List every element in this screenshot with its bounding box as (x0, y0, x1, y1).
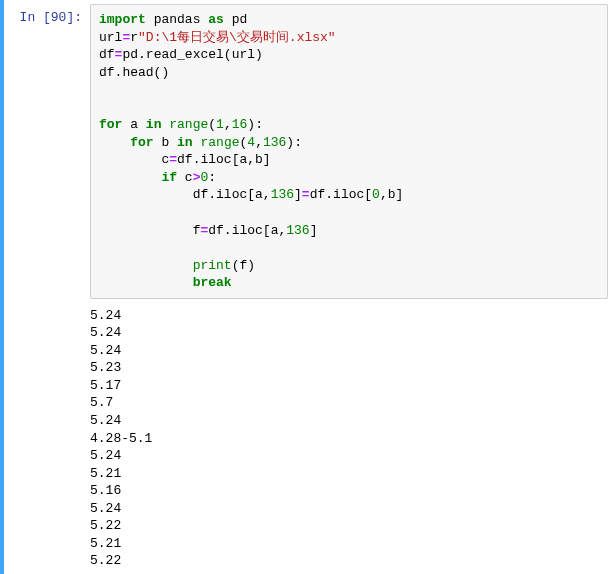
colon: : (294, 135, 302, 150)
expr-iloc-a136: df.iloc[a, (208, 223, 286, 238)
builtin-range: range (200, 135, 239, 150)
cell-content: import pandas as pd url=r"D:\1每日交易\交易时间.… (90, 4, 614, 570)
keyword-for: for (130, 135, 153, 150)
cell-output: 5.24 5.24 5.24 5.23 5.17 5.7 5.24 4.28-5… (90, 299, 608, 570)
comma: , (224, 117, 232, 132)
call-df-head: df.head() (99, 65, 169, 80)
colon: : (255, 117, 263, 132)
code-input[interactable]: import pandas as pd url=r"D:\1每日交易\交易时间.… (90, 4, 608, 299)
rparen: ) (286, 135, 294, 150)
number-4: 4 (247, 135, 255, 150)
number-16: 16 (232, 117, 248, 132)
module-name: pandas (154, 12, 201, 27)
string-prefix: r (130, 30, 138, 45)
var-df: df (99, 47, 115, 62)
expr-iloc-a136: df.iloc[a, (193, 187, 271, 202)
keyword-break: break (193, 275, 232, 290)
number-136: 136 (286, 223, 309, 238)
alias: pd (232, 12, 248, 27)
lparen: ( (208, 117, 216, 132)
bracket-close: ] (310, 223, 318, 238)
bracket-close: ] (294, 187, 302, 202)
keyword-as: as (208, 12, 224, 27)
keyword-for: for (99, 117, 122, 132)
expr-iloc-0b-pre: df.iloc[ (310, 187, 372, 202)
keyword-import: import (99, 12, 146, 27)
number-0: 0 (372, 187, 380, 202)
print-args: (f) (232, 258, 255, 273)
rparen: ) (247, 117, 255, 132)
number-136: 136 (263, 135, 286, 150)
notebook-cell: In [90]: import pandas as pd url=r"D:\1每… (0, 0, 614, 574)
var-b: b (161, 135, 169, 150)
string-literal: "D:\1每日交易\交易时间.xlsx" (138, 30, 336, 45)
keyword-if: if (161, 170, 177, 185)
var-url: url (99, 30, 122, 45)
comma: , (255, 135, 263, 150)
keyword-in: in (177, 135, 193, 150)
builtin-print: print (193, 258, 232, 273)
colon: : (208, 170, 216, 185)
keyword-in: in (146, 117, 162, 132)
input-prompt: In [90]: (4, 4, 90, 570)
expr-iloc-0b-post: ,b] (380, 187, 403, 202)
number-1: 1 (216, 117, 224, 132)
op-assign: = (169, 152, 177, 167)
expr-iloc-ab: df.iloc[a,b] (177, 152, 271, 167)
var-c: c (185, 170, 193, 185)
number-136: 136 (271, 187, 294, 202)
op-assign: = (302, 187, 310, 202)
call-read-excel: pd.read_excel(url) (122, 47, 262, 62)
var-a: a (130, 117, 138, 132)
builtin-range: range (169, 117, 208, 132)
